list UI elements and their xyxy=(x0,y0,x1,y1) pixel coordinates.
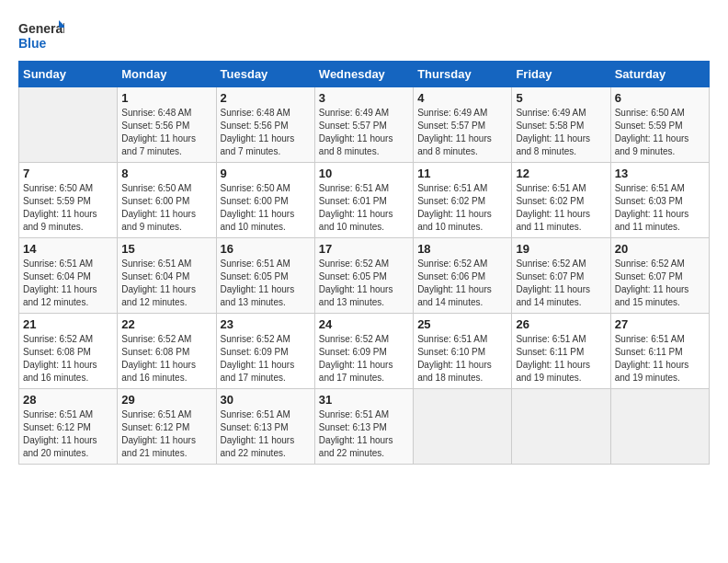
day-info: Sunrise: 6:51 AMSunset: 6:03 PMDaylight:… xyxy=(615,182,705,234)
day-cell: 17Sunrise: 6:52 AMSunset: 6:05 PMDayligh… xyxy=(314,238,413,314)
day-info: Sunrise: 6:52 AMSunset: 6:07 PMDaylight:… xyxy=(615,258,705,309)
day-info: Sunrise: 6:50 AMSunset: 5:59 PMDaylight:… xyxy=(23,182,113,234)
day-cell xyxy=(610,389,709,465)
header-cell-sunday: Sunday xyxy=(19,62,118,87)
page-header: General Blue xyxy=(18,18,710,52)
header-cell-thursday: Thursday xyxy=(414,62,512,87)
day-cell: 13Sunrise: 6:51 AMSunset: 6:03 PMDayligh… xyxy=(610,163,709,238)
day-info: Sunrise: 6:52 AMSunset: 6:06 PMDaylight:… xyxy=(417,258,507,309)
day-number: 10 xyxy=(319,167,409,180)
day-number: 27 xyxy=(615,317,705,331)
day-info: Sunrise: 6:48 AMSunset: 5:56 PMDaylight:… xyxy=(221,107,311,158)
day-info: Sunrise: 6:51 AMSunset: 6:05 PMDaylight:… xyxy=(221,258,311,309)
day-cell: 26Sunrise: 6:51 AMSunset: 6:11 PMDayligh… xyxy=(512,314,610,389)
day-cell: 12Sunrise: 6:51 AMSunset: 6:02 PMDayligh… xyxy=(512,163,610,238)
day-cell: 27Sunrise: 6:51 AMSunset: 6:11 PMDayligh… xyxy=(610,314,709,389)
day-number: 9 xyxy=(221,167,311,180)
day-number: 13 xyxy=(615,167,705,180)
day-number: 25 xyxy=(417,317,507,331)
day-cell: 24Sunrise: 6:52 AMSunset: 6:09 PMDayligh… xyxy=(314,314,413,389)
day-number: 17 xyxy=(319,242,409,256)
day-info: Sunrise: 6:51 AMSunset: 6:13 PMDaylight:… xyxy=(221,408,311,460)
day-info: Sunrise: 6:51 AMSunset: 6:11 PMDaylight:… xyxy=(516,333,606,385)
day-number: 15 xyxy=(121,242,211,256)
day-info: Sunrise: 6:51 AMSunset: 6:10 PMDaylight:… xyxy=(417,333,507,385)
day-number: 6 xyxy=(615,91,705,105)
day-number: 1 xyxy=(121,91,211,105)
day-info: Sunrise: 6:50 AMSunset: 6:00 PMDaylight:… xyxy=(121,182,211,234)
day-number: 30 xyxy=(221,393,311,407)
day-info: Sunrise: 6:52 AMSunset: 6:07 PMDaylight:… xyxy=(516,258,606,309)
day-number: 29 xyxy=(121,393,211,407)
day-info: Sunrise: 6:51 AMSunset: 6:12 PMDaylight:… xyxy=(23,408,113,460)
day-number: 2 xyxy=(221,91,311,105)
week-row-4: 21Sunrise: 6:52 AMSunset: 6:08 PMDayligh… xyxy=(19,314,710,389)
day-number: 3 xyxy=(319,91,409,105)
day-info: Sunrise: 6:52 AMSunset: 6:08 PMDaylight:… xyxy=(121,333,211,385)
day-info: Sunrise: 6:51 AMSunset: 6:02 PMDaylight:… xyxy=(417,182,507,234)
day-info: Sunrise: 6:48 AMSunset: 5:56 PMDaylight:… xyxy=(121,107,211,158)
day-cell xyxy=(19,87,118,163)
day-info: Sunrise: 6:50 AMSunset: 5:59 PMDaylight:… xyxy=(615,107,705,158)
day-cell: 19Sunrise: 6:52 AMSunset: 6:07 PMDayligh… xyxy=(512,238,610,314)
day-cell: 29Sunrise: 6:51 AMSunset: 6:12 PMDayligh… xyxy=(118,389,216,465)
day-cell: 3Sunrise: 6:49 AMSunset: 5:57 PMDaylight… xyxy=(314,87,413,163)
calendar-table: SundayMondayTuesdayWednesdayThursdayFrid… xyxy=(18,61,710,465)
day-cell: 30Sunrise: 6:51 AMSunset: 6:13 PMDayligh… xyxy=(216,389,314,465)
header-cell-saturday: Saturday xyxy=(610,62,709,87)
day-number: 23 xyxy=(221,317,311,331)
day-number: 26 xyxy=(516,317,606,331)
day-info: Sunrise: 6:52 AMSunset: 6:08 PMDaylight:… xyxy=(23,333,113,385)
day-info: Sunrise: 6:51 AMSunset: 6:04 PMDaylight:… xyxy=(121,258,211,309)
day-number: 28 xyxy=(23,393,113,407)
svg-text:General: General xyxy=(18,21,64,36)
day-number: 21 xyxy=(23,317,113,331)
day-info: Sunrise: 6:52 AMSunset: 6:09 PMDaylight:… xyxy=(319,333,409,385)
day-info: Sunrise: 6:52 AMSunset: 6:09 PMDaylight:… xyxy=(221,333,311,385)
day-cell: 31Sunrise: 6:51 AMSunset: 6:13 PMDayligh… xyxy=(314,389,413,465)
day-number: 4 xyxy=(417,91,507,105)
day-cell: 8Sunrise: 6:50 AMSunset: 6:00 PMDaylight… xyxy=(118,163,216,238)
day-cell: 18Sunrise: 6:52 AMSunset: 6:06 PMDayligh… xyxy=(414,238,512,314)
day-cell: 23Sunrise: 6:52 AMSunset: 6:09 PMDayligh… xyxy=(216,314,314,389)
day-number: 31 xyxy=(319,393,409,407)
day-info: Sunrise: 6:51 AMSunset: 6:11 PMDaylight:… xyxy=(615,333,705,385)
day-info: Sunrise: 6:51 AMSunset: 6:01 PMDaylight:… xyxy=(319,182,409,234)
day-info: Sunrise: 6:51 AMSunset: 6:13 PMDaylight:… xyxy=(319,408,409,460)
header-row: SundayMondayTuesdayWednesdayThursdayFrid… xyxy=(19,62,710,87)
header-cell-monday: Monday xyxy=(118,62,216,87)
day-number: 20 xyxy=(615,242,705,256)
day-cell: 14Sunrise: 6:51 AMSunset: 6:04 PMDayligh… xyxy=(19,238,118,314)
day-cell: 2Sunrise: 6:48 AMSunset: 5:56 PMDaylight… xyxy=(216,87,314,163)
day-cell xyxy=(512,389,610,465)
day-cell: 15Sunrise: 6:51 AMSunset: 6:04 PMDayligh… xyxy=(118,238,216,314)
day-info: Sunrise: 6:52 AMSunset: 6:05 PMDaylight:… xyxy=(319,258,409,309)
week-row-3: 14Sunrise: 6:51 AMSunset: 6:04 PMDayligh… xyxy=(19,238,710,314)
day-cell: 1Sunrise: 6:48 AMSunset: 5:56 PMDaylight… xyxy=(118,87,216,163)
day-number: 14 xyxy=(23,242,113,256)
day-number: 18 xyxy=(417,242,507,256)
week-row-1: 1Sunrise: 6:48 AMSunset: 5:56 PMDaylight… xyxy=(19,87,710,163)
day-cell: 20Sunrise: 6:52 AMSunset: 6:07 PMDayligh… xyxy=(610,238,709,314)
week-row-2: 7Sunrise: 6:50 AMSunset: 5:59 PMDaylight… xyxy=(19,163,710,238)
day-info: Sunrise: 6:49 AMSunset: 5:57 PMDaylight:… xyxy=(417,107,507,158)
day-cell: 25Sunrise: 6:51 AMSunset: 6:10 PMDayligh… xyxy=(414,314,512,389)
day-cell: 5Sunrise: 6:49 AMSunset: 5:58 PMDaylight… xyxy=(512,87,610,163)
day-info: Sunrise: 6:51 AMSunset: 6:02 PMDaylight:… xyxy=(516,182,606,234)
day-number: 19 xyxy=(516,242,606,256)
day-number: 8 xyxy=(121,167,211,180)
day-cell: 7Sunrise: 6:50 AMSunset: 5:59 PMDaylight… xyxy=(19,163,118,238)
day-info: Sunrise: 6:51 AMSunset: 6:04 PMDaylight:… xyxy=(23,258,113,309)
day-info: Sunrise: 6:50 AMSunset: 6:00 PMDaylight:… xyxy=(221,182,311,234)
day-cell: 4Sunrise: 6:49 AMSunset: 5:57 PMDaylight… xyxy=(414,87,512,163)
header-cell-wednesday: Wednesday xyxy=(314,62,413,87)
logo: General Blue xyxy=(18,18,64,52)
day-cell: 16Sunrise: 6:51 AMSunset: 6:05 PMDayligh… xyxy=(216,238,314,314)
day-info: Sunrise: 6:51 AMSunset: 6:12 PMDaylight:… xyxy=(121,408,211,460)
day-info: Sunrise: 6:49 AMSunset: 5:57 PMDaylight:… xyxy=(319,107,409,158)
day-cell: 11Sunrise: 6:51 AMSunset: 6:02 PMDayligh… xyxy=(414,163,512,238)
day-cell: 28Sunrise: 6:51 AMSunset: 6:12 PMDayligh… xyxy=(19,389,118,465)
day-cell: 9Sunrise: 6:50 AMSunset: 6:00 PMDaylight… xyxy=(216,163,314,238)
week-row-5: 28Sunrise: 6:51 AMSunset: 6:12 PMDayligh… xyxy=(19,389,710,465)
day-number: 16 xyxy=(221,242,311,256)
